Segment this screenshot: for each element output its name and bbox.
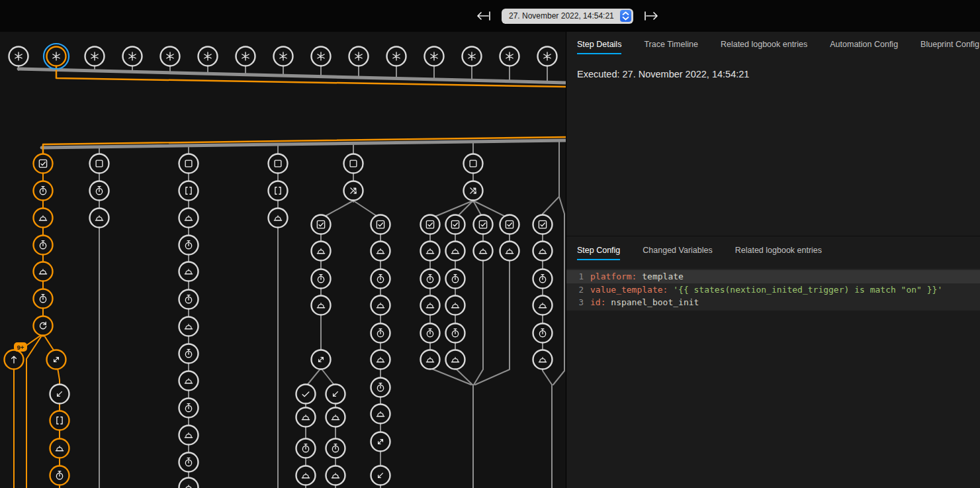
node-asterisk[interactable] — [9, 47, 28, 66]
node-timer[interactable] — [34, 289, 53, 309]
node-timer[interactable] — [446, 269, 465, 289]
node-service[interactable] — [296, 408, 316, 427]
node-service[interactable] — [533, 350, 553, 369]
node-checkbox[interactable] — [446, 215, 465, 234]
node-asterisk[interactable] — [312, 47, 331, 66]
node-service[interactable] — [326, 408, 345, 427]
node-service[interactable] — [312, 296, 331, 315]
node-arrow-dl[interactable] — [50, 385, 69, 404]
node-timer[interactable] — [371, 378, 390, 397]
node-service[interactable] — [421, 350, 440, 369]
node-service[interactable] — [296, 466, 316, 485]
node-arrows-diag[interactable] — [47, 350, 66, 369]
node-service[interactable] — [34, 262, 53, 281]
node-asterisk[interactable] — [236, 47, 255, 66]
node-service[interactable] — [446, 350, 465, 369]
node-service[interactable] — [50, 439, 69, 458]
node-service[interactable] — [179, 426, 199, 445]
node-service[interactable] — [446, 296, 465, 315]
node-service[interactable] — [533, 242, 553, 261]
next-run-button[interactable] — [641, 7, 662, 24]
node-asterisk[interactable] — [425, 47, 444, 66]
node-timer[interactable] — [296, 439, 316, 458]
node-service[interactable] — [371, 405, 390, 424]
node-timer[interactable] — [371, 269, 390, 289]
node-checkbox[interactable] — [371, 215, 390, 234]
node-square[interactable] — [269, 154, 288, 173]
node-check[interactable] — [296, 385, 316, 404]
node-service[interactable] — [421, 296, 440, 315]
node-timer[interactable] — [326, 439, 345, 458]
node-timer[interactable] — [533, 269, 553, 289]
node-timer[interactable] — [90, 181, 109, 201]
node-arrow-up[interactable] — [5, 350, 24, 369]
node-square[interactable] — [344, 154, 363, 173]
node-timer[interactable] — [312, 269, 331, 289]
node-timer[interactable] — [179, 453, 199, 472]
node-brackets[interactable] — [50, 411, 69, 430]
node-service[interactable] — [326, 466, 345, 485]
node-service[interactable] — [312, 242, 331, 261]
node-checkbox[interactable] — [34, 154, 53, 173]
node-arrow-dl[interactable] — [326, 385, 345, 404]
node-square[interactable] — [90, 154, 109, 173]
node-asterisk[interactable] — [463, 47, 482, 66]
node-checkbox[interactable] — [533, 215, 553, 234]
node-checkbox[interactable] — [500, 215, 519, 234]
node-timer[interactable] — [179, 344, 199, 364]
node-asterisk[interactable] — [161, 47, 180, 66]
node-asterisk[interactable] — [349, 47, 369, 66]
node-timer[interactable] — [421, 324, 440, 343]
tab-blueprint-config[interactable]: Blueprint Config — [920, 36, 979, 54]
node-service[interactable] — [179, 209, 199, 228]
tab-trace-timeline[interactable]: Trace Timeline — [644, 36, 698, 54]
node-asterisk[interactable] — [123, 47, 142, 66]
node-timer[interactable] — [179, 399, 199, 418]
node-brackets[interactable] — [269, 181, 288, 201]
trace-graph-svg[interactable]: 9+ — [0, 32, 566, 488]
node-service[interactable] — [474, 242, 493, 261]
node-brackets[interactable] — [179, 181, 199, 201]
node-service[interactable] — [179, 317, 199, 336]
node-branch[interactable] — [344, 181, 363, 201]
previous-run-button[interactable] — [472, 7, 494, 24]
node-arrows-diag[interactable] — [371, 432, 390, 452]
node-asterisk[interactable] — [500, 47, 519, 66]
node-service[interactable] — [371, 350, 390, 369]
node-service[interactable] — [179, 371, 199, 391]
node-timer[interactable] — [34, 181, 53, 201]
node-timer[interactable] — [179, 290, 199, 309]
node-timer[interactable] — [179, 236, 199, 255]
node-service[interactable] — [34, 209, 53, 228]
node-asterisk[interactable] — [538, 47, 557, 66]
node-branch[interactable] — [464, 181, 483, 201]
node-square[interactable] — [179, 154, 199, 173]
tab-step-config[interactable]: Step Config — [577, 242, 620, 260]
node-timer[interactable] — [421, 269, 440, 289]
step-config-code[interactable]: 1 platform: template 2 value_template: '… — [566, 269, 980, 311]
node-asterisk[interactable] — [44, 44, 69, 69]
node-timer[interactable] — [446, 324, 465, 343]
tab-related-logbook-entries[interactable]: Related logbook entries — [721, 36, 807, 54]
node-asterisk[interactable] — [199, 47, 218, 66]
node-arrows-diag[interactable] — [312, 350, 331, 369]
node-checkbox[interactable] — [312, 215, 331, 234]
node-service[interactable] — [371, 242, 390, 261]
node-checkbox[interactable] — [474, 215, 493, 234]
tab-related-logbook-entries-2[interactable]: Related logbook entries — [735, 242, 822, 260]
node-timer[interactable] — [50, 466, 69, 485]
node-service[interactable] — [179, 262, 199, 281]
node-asterisk[interactable] — [85, 47, 105, 66]
node-asterisk[interactable] — [274, 47, 293, 66]
node-arrow-dl[interactable] — [371, 466, 390, 485]
node-service[interactable] — [446, 242, 465, 261]
node-service[interactable] — [500, 242, 519, 261]
node-timer[interactable] — [533, 324, 553, 343]
node-repeat[interactable] — [34, 317, 53, 336]
node-checkbox[interactable] — [421, 215, 440, 234]
trace-graph[interactable]: 9+ — [0, 32, 566, 488]
tab-changed-variables[interactable]: Changed Variables — [643, 242, 712, 260]
node-service[interactable] — [269, 209, 288, 228]
run-select[interactable]: 27. November 2022, 14:54:21 — [502, 9, 633, 24]
node-service[interactable] — [179, 478, 199, 488]
